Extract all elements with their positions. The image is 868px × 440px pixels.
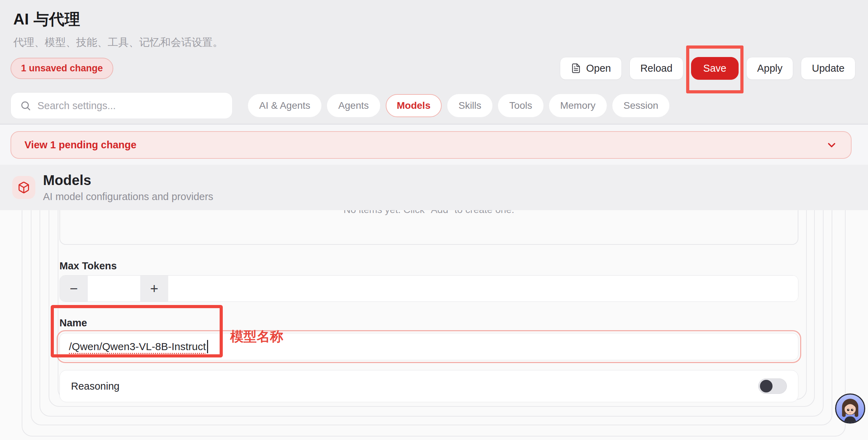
pending-strip: View 1 pending change	[0, 125, 868, 165]
unsaved-changes-badge: 1 unsaved change	[10, 58, 113, 79]
section-subtitle: AI model configurations and providers	[43, 191, 213, 203]
save-button-label: Save	[703, 63, 726, 74]
tab-agents[interactable]: Agents	[327, 94, 380, 117]
chevron-down-icon	[826, 139, 838, 151]
tab-tools[interactable]: Tools	[498, 94, 543, 117]
toolbar-buttons: Open Reload Save Apply Update	[560, 57, 855, 80]
pending-changes-label: View 1 pending change	[24, 139, 136, 151]
increment-button[interactable]: +	[140, 276, 168, 301]
settings-tabs: AI & Agents Agents Models Skills Tools M…	[248, 94, 669, 117]
box-icon	[12, 176, 35, 199]
section-title: Models	[43, 172, 213, 188]
reload-button[interactable]: Reload	[629, 57, 683, 80]
max-tokens-stepper: − +	[59, 275, 798, 302]
file-icon	[571, 63, 581, 73]
toolbar: 1 unsaved change Open Reload Save Apply	[0, 49, 868, 87]
tab-skills[interactable]: Skills	[447, 94, 492, 117]
stepper-fill	[168, 276, 798, 301]
search-input[interactable]	[37, 100, 223, 112]
pending-changes-banner[interactable]: View 1 pending change	[10, 131, 852, 159]
model-name-note: 模型名称	[230, 328, 283, 346]
tab-ai-agents[interactable]: AI & Agents	[248, 94, 321, 117]
max-tokens-input[interactable]	[88, 276, 140, 301]
tab-memory[interactable]: Memory	[549, 94, 607, 117]
open-button[interactable]: Open	[560, 57, 622, 80]
apply-button-label: Apply	[757, 63, 783, 74]
reload-button-label: Reload	[640, 63, 673, 74]
update-button-label: Update	[812, 63, 845, 74]
search-tabs-row: AI & Agents Agents Models Skills Tools M…	[0, 87, 868, 125]
open-button-label: Open	[586, 63, 611, 74]
save-button[interactable]: Save	[691, 57, 739, 80]
reasoning-toggle[interactable]	[758, 378, 787, 394]
page-header: AI 与代理 代理、模型、技能、工具、记忆和会话设置。	[0, 0, 868, 49]
toggle-knob	[760, 380, 773, 392]
name-input[interactable]: /Qwen/Qwen3-VL-8B-Instruct	[59, 333, 798, 360]
name-input-value: /Qwen/Qwen3-VL-8B-Instruct	[69, 341, 206, 353]
assistant-avatar[interactable]	[835, 393, 865, 424]
tab-models[interactable]: Models	[386, 94, 442, 117]
page-title: AI 与代理	[13, 9, 855, 30]
empty-state-box: No items yet. Click "Add" to create one.	[59, 210, 798, 245]
models-section-header: Models AI model configurations and provi…	[0, 165, 868, 210]
reasoning-row: Reasoning	[59, 370, 798, 402]
reasoning-label: Reasoning	[71, 381, 120, 392]
model-item-fields: No items yet. Click "Add" to create one.…	[59, 210, 798, 402]
update-button[interactable]: Update	[801, 57, 855, 80]
tab-session[interactable]: Session	[612, 94, 670, 117]
page-subtitle: 代理、模型、技能、工具、记忆和会话设置。	[13, 35, 855, 50]
decrement-button[interactable]: −	[60, 276, 88, 301]
models-content: No items yet. Click "Add" to create one.…	[0, 210, 868, 440]
search-box[interactable]	[10, 92, 233, 119]
apply-button[interactable]: Apply	[746, 57, 794, 80]
text-cursor	[207, 340, 208, 353]
max-tokens-label: Max Tokens	[59, 260, 798, 272]
name-label: Name	[59, 317, 798, 329]
search-icon	[20, 100, 31, 111]
empty-state-text: No items yet. Click "Add" to create one.	[343, 210, 514, 215]
